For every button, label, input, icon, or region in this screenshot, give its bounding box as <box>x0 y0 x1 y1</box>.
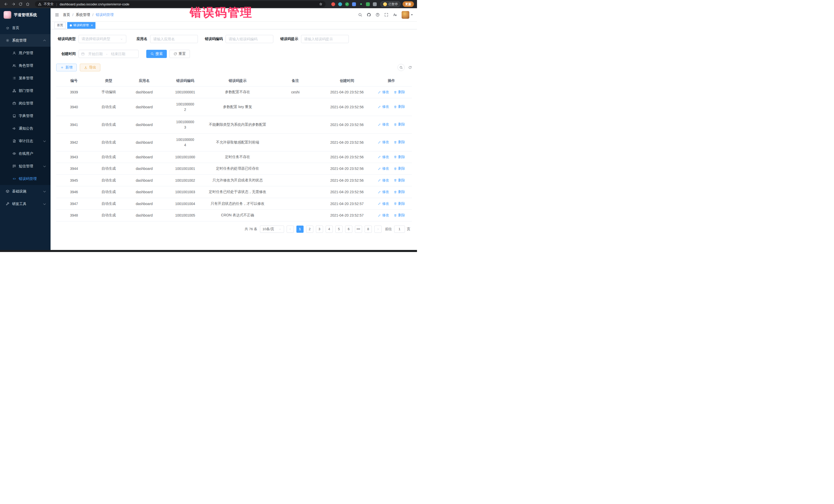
cell-actions: 修改 删除 <box>371 175 412 186</box>
edit-link[interactable]: 修改 <box>378 155 389 159</box>
fullscreen-icon[interactable] <box>384 13 389 17</box>
sidebar-item[interactable]: 角色管理 <box>0 59 50 72</box>
edit-link[interactable]: 修改 <box>378 140 389 145</box>
sidebar-item[interactable]: 在线用户 <box>0 147 50 160</box>
forward-icon[interactable] <box>10 1 17 7</box>
delete-link[interactable]: 删除 <box>394 213 405 218</box>
sidebar-item[interactable]: 系统管理 <box>0 34 50 47</box>
blocks-icon[interactable] <box>352 2 356 6</box>
sidebar-item[interactable]: 首页 <box>0 22 50 34</box>
sidebar-item[interactable]: 菜单管理 <box>0 72 50 84</box>
sidebar-item[interactable]: 审计日志 <box>0 135 50 147</box>
page-button[interactable]: 3 <box>316 225 323 233</box>
page-size-select[interactable]: 10条/页 <box>260 225 284 233</box>
page-button[interactable]: 8 <box>365 225 372 233</box>
breadcrumb: 首页 / 系统管理 / 错误码管理 <box>63 13 114 17</box>
sidebar-item[interactable]: 短信管理 <box>0 160 50 172</box>
page-button[interactable]: 2 <box>306 225 313 233</box>
drop-icon[interactable] <box>338 2 342 6</box>
refresh-icon[interactable] <box>18 1 24 7</box>
profile-paused-badge[interactable]: 已暂停 <box>380 1 400 7</box>
sidebar-item-label: 研发工具 <box>12 202 26 206</box>
app-logo[interactable]: 芋道管理系统 <box>0 8 50 22</box>
sidebar-item[interactable]: 部门管理 <box>0 84 50 97</box>
user-menu[interactable] <box>402 11 413 19</box>
breadcrumb-system[interactable]: 系统管理 <box>76 13 90 17</box>
edit-link[interactable]: 修改 <box>378 213 389 218</box>
add-button[interactable]: 新增 <box>56 64 77 71</box>
delete-link[interactable]: 删除 <box>394 140 405 145</box>
cell-hint: 定时任务不存在 <box>207 151 268 163</box>
refresh-table-button[interactable] <box>408 66 412 69</box>
edit-link[interactable]: 修改 <box>378 122 389 127</box>
sidebar-item[interactable]: 基础设施 <box>0 185 50 198</box>
github-icon[interactable] <box>367 13 371 17</box>
edit-link[interactable]: 修改 <box>378 166 389 171</box>
start-date-input[interactable] <box>86 52 105 56</box>
edit-link[interactable]: 修改 <box>378 201 389 206</box>
record-icon[interactable] <box>331 2 335 6</box>
on-icon[interactable] <box>359 2 363 6</box>
back-icon[interactable] <box>3 1 9 7</box>
edit-link[interactable]: 修改 <box>378 178 389 183</box>
code-input[interactable] <box>225 35 273 43</box>
search-button[interactable]: 搜索 <box>146 50 167 58</box>
page-button[interactable]: ••• <box>355 225 362 233</box>
address-bar[interactable]: 不安全 | dashboard.yudao.iocoder.cn/system/… <box>35 1 326 7</box>
page-button[interactable]: 4 <box>326 225 333 233</box>
prev-page-button[interactable] <box>287 225 294 233</box>
goto-page-input[interactable] <box>394 225 405 233</box>
tag-item[interactable]: 错误码管理 × <box>67 22 95 29</box>
export-button[interactable]: 导出 <box>80 64 100 71</box>
tag-item[interactable]: 首页 <box>54 22 66 29</box>
message-icon <box>12 164 16 168</box>
fontsize-icon[interactable] <box>393 13 397 17</box>
edit-link[interactable]: 修改 <box>378 190 389 194</box>
page-button[interactable]: 5 <box>335 225 343 233</box>
check-icon[interactable] <box>345 2 349 6</box>
puzzle-icon[interactable] <box>373 2 377 6</box>
page-button[interactable]: 1 <box>297 225 304 233</box>
sidebar-item[interactable]: 研发工具 <box>0 198 50 210</box>
browser-update-button[interactable]: 更新 <box>403 1 414 7</box>
next-page-button[interactable] <box>374 225 381 233</box>
leaf-icon[interactable] <box>366 2 370 6</box>
close-icon[interactable]: × <box>91 24 93 27</box>
reset-button[interactable]: 重置 <box>169 50 190 58</box>
end-date-input[interactable] <box>108 52 128 56</box>
type-select[interactable]: 请选择错误码类型 <box>79 35 126 43</box>
tag-label: 错误码管理 <box>73 23 89 27</box>
cell-remark: ceshi <box>268 86 323 98</box>
bookmark-star-icon[interactable] <box>319 2 323 6</box>
question-icon[interactable] <box>375 13 380 17</box>
sidebar-item[interactable]: 错误码管理 <box>0 172 50 185</box>
toggle-search-button[interactable] <box>397 64 405 71</box>
sidebar-collapse-icon[interactable] <box>54 13 59 17</box>
delete-link[interactable]: 删除 <box>394 178 405 183</box>
delete-link[interactable]: 删除 <box>394 201 405 206</box>
page-button[interactable]: 6 <box>345 225 352 233</box>
hint-input[interactable] <box>301 35 349 43</box>
delete-link[interactable]: 删除 <box>394 105 405 109</box>
cell-type: 自动生成 <box>92 98 126 116</box>
cell-time: 2021-04-20 23:52:56 <box>323 86 371 98</box>
delete-link[interactable]: 删除 <box>394 90 405 94</box>
delete-link[interactable]: 删除 <box>394 166 405 171</box>
delete-link[interactable]: 删除 <box>394 155 405 159</box>
delete-link[interactable]: 删除 <box>394 190 405 194</box>
breadcrumb-home[interactable]: 首页 <box>63 13 70 17</box>
sidebar-item[interactable]: 通知公告 <box>0 122 50 135</box>
search-icon[interactable] <box>358 13 363 17</box>
sidebar-item[interactable]: 用户管理 <box>0 47 50 59</box>
date-range-picker[interactable]: - <box>79 50 138 58</box>
delete-link[interactable]: 删除 <box>394 122 405 127</box>
edit-link[interactable]: 修改 <box>378 105 389 109</box>
edit-link[interactable]: 修改 <box>378 90 389 94</box>
app-input[interactable] <box>150 35 198 43</box>
sidebar-item[interactable]: 字典管理 <box>0 110 50 122</box>
profile-avatar <box>383 2 387 6</box>
home-icon[interactable] <box>25 1 31 7</box>
breadcrumb-separator: / <box>72 13 73 17</box>
sidebar-item-label: 首页 <box>12 26 19 30</box>
sidebar-item[interactable]: 岗位管理 <box>0 97 50 110</box>
